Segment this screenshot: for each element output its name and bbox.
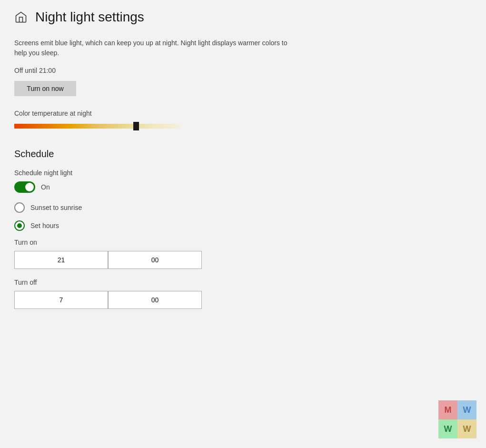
- watermark-cell-m: M: [438, 400, 457, 419]
- slider-thumb[interactable]: [133, 122, 139, 130]
- toggle-thumb: [25, 183, 34, 191]
- turn-on-inputs: [14, 251, 162, 269]
- toggle-state-label: On: [41, 183, 50, 191]
- color-temperature-slider[interactable]: [14, 124, 181, 133]
- set-hours-radio-button[interactable]: [14, 220, 25, 231]
- turn-on-label: Turn on: [14, 239, 319, 246]
- turn-on-hour-input[interactable]: [14, 251, 108, 269]
- turn-on-now-button[interactable]: Turn on now: [14, 81, 76, 96]
- watermark: M W W W: [438, 400, 476, 438]
- page-header: Night light settings: [14, 10, 319, 25]
- watermark-cell-w3: W: [457, 419, 476, 438]
- watermark-cell-w2: W: [438, 419, 457, 438]
- sunset-radio-row: Sunset to sunrise: [14, 202, 319, 213]
- slider-track: [14, 124, 181, 129]
- page-title: Night light settings: [35, 10, 144, 25]
- color-temperature-section: Color temperature at night: [14, 110, 319, 133]
- schedule-toggle-row: On: [14, 181, 319, 193]
- turn-off-label: Turn off: [14, 279, 319, 286]
- schedule-heading: Schedule: [14, 149, 319, 159]
- color-temperature-label: Color temperature at night: [14, 110, 319, 117]
- sunset-radio-label: Sunset to sunrise: [30, 204, 82, 211]
- schedule-toggle[interactable]: [14, 181, 35, 193]
- turn-off-minute-input[interactable]: [108, 291, 202, 309]
- description-text: Screens emit blue light, which can keep …: [14, 38, 290, 58]
- turn-off-inputs: [14, 291, 162, 309]
- set-hours-radio-row: Set hours: [14, 220, 319, 231]
- sunset-radio-button[interactable]: [14, 202, 25, 213]
- home-icon[interactable]: [14, 10, 28, 24]
- set-hours-radio-label: Set hours: [30, 222, 59, 229]
- turn-on-minute-input[interactable]: [108, 251, 202, 269]
- turn-off-hour-input[interactable]: [14, 291, 108, 309]
- status-text: Off until 21:00: [14, 67, 319, 74]
- watermark-cell-w1: W: [457, 400, 476, 419]
- schedule-night-light-label: Schedule night light: [14, 169, 319, 177]
